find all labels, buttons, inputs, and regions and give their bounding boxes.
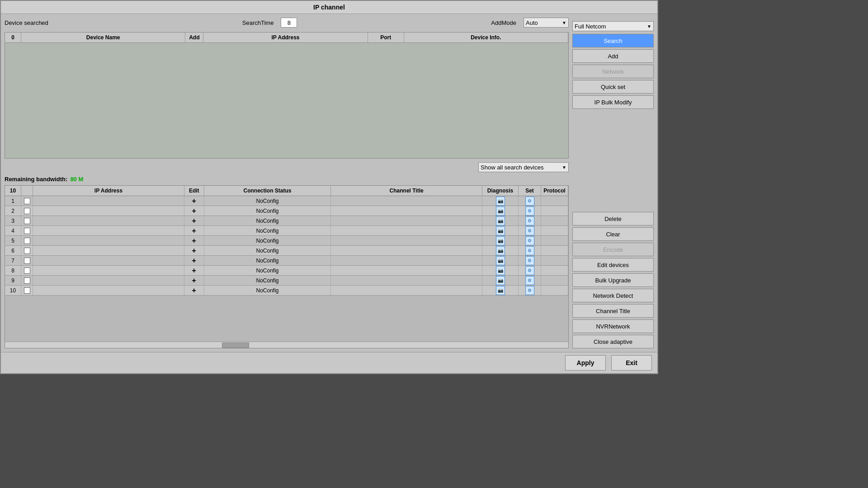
search-time-input[interactable]: 8 bbox=[281, 18, 297, 28]
row-diagnosis[interactable]: 📷 bbox=[482, 286, 519, 295]
set-icon[interactable]: ⚙ bbox=[525, 246, 534, 255]
row-edit[interactable]: + bbox=[184, 236, 204, 245]
search-button[interactable]: Search bbox=[572, 34, 654, 47]
row-diagnosis[interactable]: 📷 bbox=[482, 206, 519, 216]
scrollbar-thumb[interactable] bbox=[222, 343, 249, 348]
ip-bulk-modify-button[interactable]: IP Bulk Modify bbox=[572, 95, 654, 109]
channel-table-header: 10 IP Address Edit Connection Status Cha… bbox=[5, 186, 568, 196]
bulk-upgrade-button[interactable]: Bulk Upgrade bbox=[572, 273, 654, 287]
row-title bbox=[331, 286, 482, 295]
set-icon[interactable]: ⚙ bbox=[525, 206, 534, 216]
row-edit[interactable]: + bbox=[184, 276, 204, 285]
set-icon[interactable]: ⚙ bbox=[525, 266, 534, 275]
apply-button[interactable]: Apply bbox=[565, 355, 606, 371]
row-edit[interactable]: + bbox=[184, 206, 204, 216]
row-protocol bbox=[541, 216, 568, 225]
set-icon[interactable]: ⚙ bbox=[525, 216, 534, 225]
diagnosis-icon[interactable]: 📷 bbox=[496, 276, 505, 285]
row-status: NoConfig bbox=[204, 256, 331, 265]
col-header-device-name: Device Name bbox=[21, 33, 185, 42]
diagnosis-icon[interactable]: 📷 bbox=[496, 206, 505, 216]
network-button[interactable]: Network bbox=[572, 65, 654, 78]
row-checkbox[interactable] bbox=[21, 236, 33, 245]
row-set[interactable]: ⚙ bbox=[519, 206, 541, 216]
row-diagnosis[interactable]: 📷 bbox=[482, 216, 519, 225]
diagnosis-icon[interactable]: 📷 bbox=[496, 266, 505, 275]
row-checkbox[interactable] bbox=[21, 196, 33, 206]
row-status: NoConfig bbox=[204, 196, 331, 206]
row-set[interactable]: ⚙ bbox=[519, 286, 541, 295]
diagnosis-icon[interactable]: 📷 bbox=[496, 216, 505, 225]
row-set[interactable]: ⚙ bbox=[519, 196, 541, 206]
row-set[interactable]: ⚙ bbox=[519, 256, 541, 265]
bandwidth-value: 80 M bbox=[70, 176, 83, 183]
row-ip bbox=[33, 206, 184, 216]
set-icon[interactable]: ⚙ bbox=[525, 226, 534, 235]
network-detect-button[interactable]: Network Detect bbox=[572, 289, 654, 302]
row-set[interactable]: ⚙ bbox=[519, 246, 541, 255]
row-edit[interactable]: + bbox=[184, 286, 204, 295]
diagnosis-icon[interactable]: 📷 bbox=[496, 236, 505, 245]
diagnosis-icon[interactable]: 📷 bbox=[496, 197, 505, 206]
full-netcom-dropdown[interactable]: Full Netcom ▼ bbox=[572, 21, 654, 31]
row-diagnosis[interactable]: 📷 bbox=[482, 226, 519, 235]
row-checkbox[interactable] bbox=[21, 216, 33, 225]
quick-set-button[interactable]: Quick set bbox=[572, 80, 654, 94]
row-status: NoConfig bbox=[204, 216, 331, 225]
row-edit[interactable]: + bbox=[184, 216, 204, 225]
nvr-network-button[interactable]: NVRNetwork bbox=[572, 319, 654, 333]
row-set[interactable]: ⚙ bbox=[519, 236, 541, 245]
show-all-devices-dropdown[interactable]: Show all search devices ▼ bbox=[478, 162, 569, 172]
set-icon[interactable]: ⚙ bbox=[525, 276, 534, 285]
row-edit[interactable]: + bbox=[184, 256, 204, 265]
set-icon[interactable]: ⚙ bbox=[525, 256, 534, 265]
set-icon[interactable]: ⚙ bbox=[525, 236, 534, 245]
horizontal-scrollbar[interactable] bbox=[5, 342, 568, 348]
diagnosis-icon[interactable]: 📷 bbox=[496, 256, 505, 265]
row-diagnosis[interactable]: 📷 bbox=[482, 236, 519, 245]
close-adaptive-button[interactable]: Close adaptive bbox=[572, 335, 654, 348]
row-ip bbox=[33, 266, 184, 275]
bandwidth-label: Remaining bandwidth: bbox=[5, 176, 67, 183]
chevron-down-icon: ▼ bbox=[647, 24, 651, 29]
row-set[interactable]: ⚙ bbox=[519, 216, 541, 225]
row-ip bbox=[33, 286, 184, 295]
row-status: NoConfig bbox=[204, 276, 331, 285]
exit-button[interactable]: Exit bbox=[611, 355, 652, 371]
row-set[interactable]: ⚙ bbox=[519, 266, 541, 275]
row-checkbox[interactable] bbox=[21, 246, 33, 255]
set-icon[interactable]: ⚙ bbox=[525, 197, 534, 206]
diagnosis-icon[interactable]: 📷 bbox=[496, 286, 505, 295]
row-diagnosis[interactable]: 📷 bbox=[482, 266, 519, 275]
diagnosis-icon[interactable]: 📷 bbox=[496, 246, 505, 255]
row-set[interactable]: ⚙ bbox=[519, 226, 541, 235]
row-set[interactable]: ⚙ bbox=[519, 276, 541, 285]
delete-button[interactable]: Delete bbox=[572, 212, 654, 225]
row-diagnosis[interactable]: 📷 bbox=[482, 196, 519, 206]
row-checkbox[interactable] bbox=[21, 266, 33, 275]
row-num: 2 bbox=[5, 206, 21, 216]
edit-devices-button[interactable]: Edit devices bbox=[572, 258, 654, 272]
row-edit[interactable]: + bbox=[184, 266, 204, 275]
row-edit[interactable]: + bbox=[184, 196, 204, 206]
encode-button[interactable]: Encode bbox=[572, 243, 654, 256]
table-row: 10 + NoConfig 📷 ⚙ bbox=[5, 286, 568, 296]
row-ip bbox=[33, 216, 184, 225]
channel-title-button[interactable]: Channel Title bbox=[572, 304, 654, 318]
row-checkbox[interactable] bbox=[21, 226, 33, 235]
diagnosis-icon[interactable]: 📷 bbox=[496, 226, 505, 235]
row-checkbox[interactable] bbox=[21, 256, 33, 265]
row-diagnosis[interactable]: 📷 bbox=[482, 276, 519, 285]
add-mode-dropdown[interactable]: Auto ▼ bbox=[524, 18, 569, 28]
row-status: NoConfig bbox=[204, 266, 331, 275]
set-icon[interactable]: ⚙ bbox=[525, 286, 534, 295]
clear-button[interactable]: Clear bbox=[572, 227, 654, 241]
row-diagnosis[interactable]: 📷 bbox=[482, 256, 519, 265]
row-checkbox[interactable] bbox=[21, 206, 33, 216]
row-checkbox[interactable] bbox=[21, 276, 33, 285]
add-button[interactable]: Add bbox=[572, 49, 654, 63]
row-diagnosis[interactable]: 📷 bbox=[482, 246, 519, 255]
row-edit[interactable]: + bbox=[184, 226, 204, 235]
row-edit[interactable]: + bbox=[184, 246, 204, 255]
row-checkbox[interactable] bbox=[21, 286, 33, 295]
